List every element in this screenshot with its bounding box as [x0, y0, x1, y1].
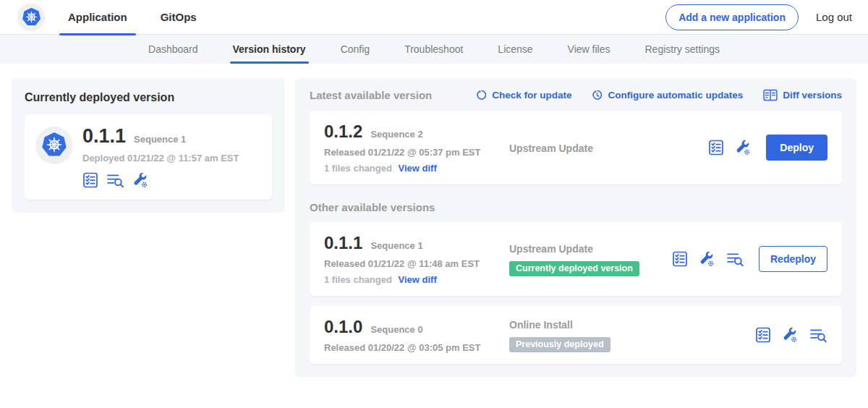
- files-changed-count: 1 files changed: [324, 163, 392, 174]
- files-changed-count: 1 files changed: [324, 274, 392, 285]
- tab-version-history[interactable]: Version history: [233, 35, 306, 64]
- edit-config-icon[interactable]: [782, 327, 799, 344]
- current-version-number: 0.1.1: [82, 125, 126, 148]
- tab-application[interactable]: Application: [67, 0, 129, 35]
- check-for-update-label: Check for update: [492, 90, 571, 101]
- main-content: Currently deployed version 0.1.1 Sequenc…: [0, 64, 868, 377]
- source-label: Upstream Update: [509, 143, 593, 154]
- version-row-0-1-1: 0.1.1 Sequence 1 Released 01/21/22 @ 11:…: [310, 222, 842, 296]
- released-timestamp: Released 01/20/22 @ 03:05 pm EST: [324, 342, 509, 353]
- app-subnav: Dashboard Version history Config Trouble…: [0, 35, 868, 64]
- sequence-label: Sequence 2: [370, 129, 422, 140]
- version-number: 0.1.0: [324, 317, 362, 337]
- view-diff-link[interactable]: View diff: [399, 163, 437, 174]
- currently-deployed-badge: Currently deployed version: [509, 261, 639, 277]
- kubernetes-logo-icon: [41, 132, 67, 158]
- current-version-actions: [82, 171, 239, 189]
- edit-config-icon[interactable]: [699, 251, 715, 268]
- version-source: Online Install Previously deployed: [509, 318, 755, 353]
- tab-dashboard[interactable]: Dashboard: [148, 35, 198, 64]
- logout-button[interactable]: Log out: [816, 11, 852, 23]
- tab-config[interactable]: Config: [341, 35, 370, 64]
- files-changed: 1 files changed View diff: [324, 274, 509, 285]
- edit-config-icon[interactable]: [735, 140, 752, 156]
- latest-version-title: Latest available version: [310, 89, 476, 101]
- deploy-button[interactable]: Deploy: [766, 135, 827, 161]
- tab-registry-settings[interactable]: Registry settings: [645, 35, 720, 64]
- redeploy-button[interactable]: Redeploy: [759, 246, 827, 272]
- latest-version-header: Latest available version Check for updat…: [310, 89, 842, 101]
- preflight-checklist-icon[interactable]: [82, 171, 98, 189]
- current-deployed-timestamp: Deployed 01/21/22 @ 11:57 am EST: [82, 153, 239, 163]
- version-info: 0.1.0 Sequence 0 Released 01/20/22 @ 03:…: [324, 317, 509, 353]
- source-label: Online Install: [509, 319, 573, 331]
- sequence-label: Sequence 0: [370, 324, 422, 335]
- configure-automatic-updates-link[interactable]: Configure automatic updates: [592, 89, 743, 101]
- version-info: 0.1.1 Sequence 1 Released 01/21/22 @ 11:…: [324, 233, 509, 285]
- version-source: Upstream Update: [509, 141, 708, 154]
- current-version-body: 0.1.1 Sequence 1 Deployed 01/21/22 @ 11:…: [82, 125, 239, 189]
- version-number: 0.1.2: [324, 122, 362, 142]
- app-avatar: [36, 127, 72, 163]
- check-for-update-link[interactable]: Check for update: [476, 89, 571, 101]
- version-row-0-1-0: 0.1.0 Sequence 0 Released 01/20/22 @ 03:…: [310, 306, 842, 364]
- tab-view-files[interactable]: View files: [568, 35, 610, 64]
- version-source: Upstream Update Currently deployed versi…: [509, 242, 672, 277]
- diff-versions-link[interactable]: Diff versions: [763, 89, 842, 101]
- version-history-panel: Latest available version Check for updat…: [295, 78, 856, 377]
- diff-versions-label: Diff versions: [783, 90, 842, 101]
- released-timestamp: Released 01/21/22 @ 05:37 pm EST: [324, 147, 509, 158]
- schedule-update-icon: [592, 90, 603, 101]
- sequence-label: Sequence 1: [370, 240, 422, 251]
- tab-troubleshoot[interactable]: Troubleshoot: [404, 35, 463, 64]
- view-diff-link[interactable]: View diff: [399, 274, 437, 285]
- refresh-icon: [476, 90, 487, 101]
- version-info: 0.1.2 Sequence 2 Released 01/21/22 @ 05:…: [324, 122, 509, 174]
- tab-gitops[interactable]: GitOps: [159, 0, 198, 35]
- currently-deployed-title: Currently deployed version: [25, 91, 272, 104]
- currently-deployed-card: 0.1.1 Sequence 1 Deployed 01/21/22 @ 11:…: [25, 114, 272, 200]
- diff-versions-icon: [763, 89, 778, 101]
- app-header: Application GitOps Add a new application…: [0, 0, 868, 35]
- current-sequence-label: Sequence 1: [134, 134, 186, 145]
- preflight-checklist-icon[interactable]: [672, 250, 688, 268]
- app-logo: [17, 4, 45, 31]
- deploy-logs-icon[interactable]: [809, 328, 827, 343]
- other-versions-title: Other available versions: [310, 201, 842, 213]
- version-row-actions: Redeploy: [672, 246, 827, 272]
- edit-config-icon[interactable]: [132, 172, 149, 189]
- version-row-actions: Deploy: [708, 135, 827, 161]
- version-number: 0.1.1: [324, 233, 362, 253]
- configure-automatic-updates-label: Configure automatic updates: [608, 90, 743, 101]
- files-changed: 1 files changed View diff: [324, 163, 509, 174]
- tab-license[interactable]: License: [498, 35, 532, 64]
- currently-deployed-panel: Currently deployed version 0.1.1 Sequenc…: [12, 78, 285, 213]
- add-new-application-button[interactable]: Add a new application: [665, 4, 799, 30]
- preflight-checklist-icon[interactable]: [755, 326, 771, 344]
- deploy-logs-icon[interactable]: [726, 252, 744, 267]
- kubernetes-logo-icon: [22, 7, 41, 27]
- released-timestamp: Released 01/21/22 @ 11:48 am EST: [324, 258, 509, 269]
- version-row-actions: [755, 326, 827, 344]
- preflight-checklist-icon[interactable]: [708, 139, 724, 156]
- deploy-logs-icon[interactable]: [106, 173, 124, 188]
- version-actions: Check for update Configure automatic upd…: [476, 89, 842, 101]
- source-label: Upstream Update: [509, 243, 593, 255]
- previously-deployed-badge: Previously deployed: [509, 337, 610, 353]
- version-row-0-1-2: 0.1.2 Sequence 2 Released 01/21/22 @ 05:…: [310, 111, 842, 184]
- header-tabs: Application GitOps: [67, 0, 229, 35]
